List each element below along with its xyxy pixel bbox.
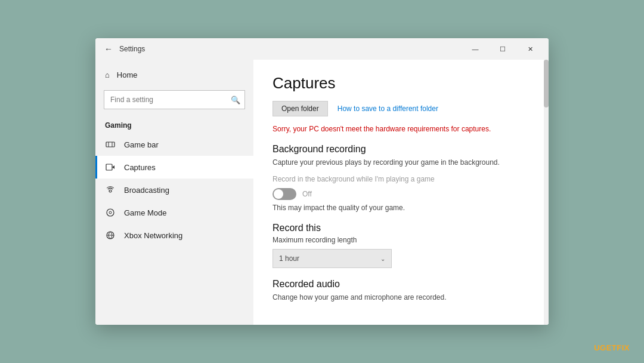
search-input[interactable] [104,90,245,109]
background-recording-section: Background recording Capture your previo… [273,144,530,212]
window-controls: — ☐ ✕ [462,38,544,60]
xbox-networking-icon [105,230,116,241]
watermark-suffix: FIX [617,343,630,352]
sidebar-item-home[interactable]: ⌂ Home [95,64,253,85]
dropdown-value: 1 hour [279,254,299,263]
broadcasting-icon [105,184,116,195]
sidebar-item-game-bar[interactable]: Game bar [95,133,253,156]
window-body: ⌂ Home 🔍 Gaming Game bar [95,60,549,325]
background-recording-desc: Capture your previous plays by recording… [273,157,530,168]
background-recording-toggle[interactable] [273,188,296,200]
window-title: Settings [119,45,462,53]
svg-rect-0 [106,142,114,147]
captures-icon [105,162,116,173]
main-content: Captures Open folder How to save to a di… [253,60,549,325]
home-label: Home [117,70,138,79]
sidebar-item-game-mode[interactable]: Game Mode [95,201,253,224]
toggle-knob [274,189,283,199]
sidebar-item-captures[interactable]: Captures [95,156,253,179]
sidebar-item-label: Game bar [124,140,159,149]
recorded-audio-section: Recorded audio Change how your game and … [273,279,530,303]
impact-note: This may impact the quality of your game… [273,204,530,212]
sidebar-item-label: Captures [124,163,156,172]
search-icon: 🔍 [231,96,240,104]
title-bar: ← Settings — ☐ ✕ [95,38,549,60]
error-message: Sorry, your PC doesn't meet the hardware… [273,124,530,134]
page-title: Captures [273,74,530,93]
watermark-prefix: UGET [594,343,617,352]
toggle-state-label: Off [302,190,312,198]
sidebar: ⌂ Home 🔍 Gaming Game bar [95,60,253,325]
sidebar-search: 🔍 [104,90,245,109]
record-this-heading: Record this [273,223,530,233]
sidebar-item-label: Game Mode [124,208,167,217]
record-this-section: Record this Maximum recording length 1 h… [273,223,530,268]
maximize-button[interactable]: ☐ [489,38,516,60]
recording-length-dropdown[interactable]: 1 hour ⌄ [273,249,392,268]
toggle-row: Off [273,188,530,200]
toggle-setting-label: Record in the background while I'm playi… [273,175,530,183]
svg-point-5 [109,190,112,192]
minimize-button[interactable]: — [462,38,489,60]
svg-rect-3 [106,164,112,170]
sidebar-section-title: Gaming [95,114,253,133]
home-icon: ⌂ [105,70,110,79]
close-button[interactable]: ✕ [516,38,544,60]
background-recording-heading: Background recording [273,144,530,155]
settings-window: ← Settings — ☐ ✕ ⌂ Home 🔍 Gaming [95,38,549,325]
recorded-audio-desc: Change how your game and microphone are … [273,292,530,303]
scrollbar-thumb[interactable] [544,60,549,107]
sidebar-item-xbox-networking[interactable]: Xbox Networking [95,224,253,247]
back-button[interactable]: ← [100,41,117,57]
sidebar-item-label: Broadcasting [124,186,169,195]
game-bar-icon [105,139,116,150]
sidebar-item-broadcasting[interactable]: Broadcasting [95,179,253,201]
watermark: UGETFIX [594,343,630,352]
chevron-down-icon: ⌄ [380,256,385,262]
scrollbar-track[interactable] [544,60,549,325]
game-mode-icon [105,207,116,218]
svg-point-7 [109,211,112,214]
svg-marker-4 [112,165,114,169]
how-to-save-link[interactable]: How to save to a different folder [338,104,438,113]
action-bar: Open folder How to save to a different f… [273,101,530,116]
recorded-audio-heading: Recorded audio [273,279,530,290]
open-folder-button[interactable]: Open folder [273,101,328,116]
svg-point-6 [107,209,114,216]
max-length-label: Maximum recording length [273,236,530,244]
sidebar-item-label: Xbox Networking [124,231,182,240]
